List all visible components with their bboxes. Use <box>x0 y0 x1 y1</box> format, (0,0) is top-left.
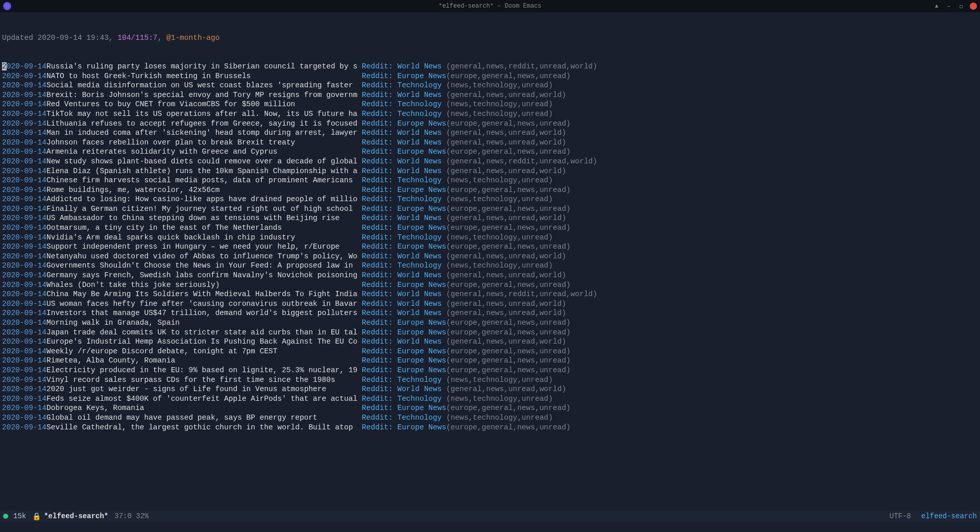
feed-entry[interactable]: 2020-09-14 Feds seize almost $400K of 'c… <box>2 394 978 404</box>
feed-entry[interactable]: 2020-09-14 Japan trade deal commits UK t… <box>2 328 978 337</box>
entry-feed: Reddit: Technology <box>362 176 446 185</box>
feed-entry[interactable]: 2020-09-14 New study shows plant-based d… <box>2 157 978 166</box>
feed-entry[interactable]: 2020-09-14 Global oil demand may have pa… <box>2 413 978 423</box>
feed-entry[interactable]: 2020-09-14 Rimetea, Alba County, Romania… <box>2 356 978 366</box>
entry-title: Germany says French, Swedish labs confir… <box>46 271 362 280</box>
feed-entry[interactable]: 2020-09-14 Addicted to losing: How casin… <box>2 195 978 204</box>
entry-date: 2020-09-14 <box>2 90 46 100</box>
entry-feed: Reddit: Europe News <box>362 318 446 328</box>
feed-entry[interactable]: 2020-09-14 Investors that manage US$47 t… <box>2 308 978 318</box>
entry-title: Rome buildings, me, watercolor, 42x56cm <box>46 185 362 195</box>
header-count: 104/115:7 <box>117 34 157 42</box>
feed-entry[interactable]: 2020-09-14 US Ambassador to China steppi… <box>2 213 978 223</box>
feed-entry[interactable]: 2020-09-14 2020 just got weirder - signs… <box>2 384 978 394</box>
feed-entry[interactable]: 2020-09-14 Ootmarsum, a tiny city in the… <box>2 223 978 233</box>
modeline-status-dot <box>3 514 8 519</box>
entry-title: Red Ventures to buy CNET from ViacomCBS … <box>46 100 362 109</box>
feed-entry[interactable]: 2020-09-14 Brexit: Boris Johnson's speci… <box>2 90 978 100</box>
entry-date: 2020-09-14 <box>2 166 46 176</box>
minibuffer[interactable] <box>0 522 980 532</box>
entry-title: New study shows plant-based diets could … <box>46 157 362 166</box>
entry-tags: (general,news,unread,world) <box>446 90 566 100</box>
entry-feed: Reddit: Technology <box>362 109 446 119</box>
entry-title: Electricity produced in the EU: 9% based… <box>46 366 362 375</box>
feed-entry[interactable]: 2020-09-14 Nvidia's Arm deal sparks quic… <box>2 233 978 243</box>
buffer-content[interactable]: Updated 2020-09-14 19:43, 104/115:7, @1-… <box>0 12 980 511</box>
entry-tags: (europe,general,news,unread) <box>446 147 571 157</box>
maximize-icon[interactable]: ◻ <box>958 3 965 10</box>
entry-tags: (europe,general,news,unread) <box>446 318 571 328</box>
feed-entry[interactable]: 2020-09-14 Electricity produced in the E… <box>2 366 978 375</box>
modeline-encoding: UTF-8 <box>890 512 911 520</box>
entry-feed: Reddit: World News <box>362 213 446 223</box>
lock-icon: 🔒 <box>32 512 41 521</box>
entry-date: 2020-09-14 <box>2 109 46 119</box>
feed-entry[interactable]: 2020-09-14 Rome buildings, me, watercolo… <box>2 185 978 195</box>
feed-entry[interactable]: 2020-09-14 Dobrogea Keys, Romania Reddit… <box>2 403 978 413</box>
feed-entry[interactable]: 2020-09-14 Weekly /r/europe Discord deba… <box>2 347 978 356</box>
entry-feed: Reddit: World News <box>362 252 446 261</box>
feed-entry[interactable]: 2020-09-14 US woman faces hefty fine aft… <box>2 299 978 309</box>
entry-title: Investors that manage US$47 trillion, de… <box>46 308 362 318</box>
entry-title: Governments Shouldn't Choose the News in… <box>46 261 362 271</box>
close-icon[interactable] <box>970 3 977 10</box>
entry-tags: (general,news,unread,world) <box>446 271 566 280</box>
feed-entry[interactable]: 2020-09-14 Johnson faces rebellion over … <box>2 138 978 148</box>
entry-title: Elena Diaz (Spanish athlete) runs the 10… <box>46 166 362 176</box>
feed-entry[interactable]: 2020-09-14 Support independent press in … <box>2 242 978 252</box>
entry-feed: Reddit: World News <box>362 157 446 166</box>
feed-entry[interactable]: 2020-09-14 Morning walk in Granada, Spai… <box>2 318 978 328</box>
entry-date: 2020-09-14 <box>2 337 46 347</box>
entry-tags: (europe,general,news,unread) <box>446 423 571 432</box>
entry-title: Russia's ruling party loses majority in … <box>46 62 362 71</box>
entry-title: Brexit: Boris Johnson's special envoy an… <box>46 90 362 100</box>
minimize-icon[interactable]: — <box>945 3 952 10</box>
entry-title: Ootmarsum, a tiny city in the east of Th… <box>46 223 362 233</box>
feed-entry[interactable]: 2020-09-14 TikTok may not sell its US op… <box>2 109 978 119</box>
entry-feed: Reddit: Technology <box>362 261 446 271</box>
feed-entry[interactable]: 2020-09-14 Social media disinformation o… <box>2 81 978 90</box>
elfeed-header: Updated 2020-09-14 19:43, 104/115:7, @1-… <box>2 33 978 43</box>
entry-tags: (news,technology,unread) <box>446 195 553 204</box>
feed-entry[interactable]: 2020-09-14 Europe's Industrial Hemp Asso… <box>2 337 978 347</box>
feed-entry[interactable]: 2020-09-14 Lithuania refuses to accept r… <box>2 119 978 129</box>
feed-entry[interactable]: 2020-09-14 Elena Diaz (Spanish athlete) … <box>2 166 978 176</box>
feed-entry[interactable]: 2020-09-14 China May Be Arming Its Soldi… <box>2 289 978 299</box>
feed-entry[interactable]: 2020-09-14 Finally a German citizen! My … <box>2 204 978 214</box>
feed-entry[interactable]: 2020-09-14 NATO to host Greek-Turkish me… <box>2 71 978 81</box>
feed-entry[interactable]: 2020-09-14 Armenia reiterates solidarity… <box>2 147 978 157</box>
feed-entry[interactable]: 2020-09-14 Man in induced coma after 'si… <box>2 128 978 138</box>
entry-feed: Reddit: Europe News <box>362 147 446 157</box>
entry-tags: (europe,general,news,unread) <box>446 204 571 214</box>
feed-entry[interactable]: 2020-09-14 Chinese firm harvests social … <box>2 176 978 185</box>
entry-date: 2020-09-14 <box>2 213 46 223</box>
feed-entry[interactable]: 2020-09-14 Vinyl record sales surpass CD… <box>2 375 978 385</box>
entry-date: 2020-09-14 <box>2 185 46 195</box>
entry-title: Chinese firm harvests social media posts… <box>46 176 362 185</box>
feed-entry[interactable]: 2020-09-14 Governments Shouldn't Choose … <box>2 261 978 271</box>
feed-entry[interactable]: 2020-09-14 Netanyahu used doctored video… <box>2 252 978 261</box>
entry-date: 2020-09-14 <box>2 403 46 413</box>
entry-title: Morning walk in Granada, Spain <box>46 318 362 328</box>
feed-entry[interactable]: 2020-09-14 Russia's ruling party loses m… <box>2 62 978 71</box>
feed-entry[interactable]: 2020-09-14 Germany says French, Swedish … <box>2 271 978 280</box>
entry-date: 2020-09-14 <box>2 299 46 309</box>
entry-title: Global oil demand may have passed peak, … <box>46 413 362 423</box>
header-updated: Updated 2020-09-14 19:43, <box>2 34 117 42</box>
entry-tags: (europe,general,news,unread) <box>446 242 571 252</box>
entry-date: 2020-09-14 <box>2 195 46 204</box>
entry-feed: Reddit: Europe News <box>362 223 446 233</box>
entry-feed: Reddit: World News <box>362 128 446 138</box>
entry-date: 2020-09-14 <box>2 81 46 90</box>
entry-tags: (news,technology,unread) <box>446 100 553 109</box>
feed-entry[interactable]: 2020-09-14 Seville Cathedral, the larges… <box>2 423 978 432</box>
entry-tags: (europe,general,news,unread) <box>446 223 571 233</box>
feed-entry[interactable]: 2020-09-14 Whales (Don't take this joke … <box>2 280 978 290</box>
entry-feed: Reddit: World News <box>362 271 446 280</box>
window-up-icon[interactable]: ▲ <box>933 3 940 10</box>
modeline-major-mode: elfeed-search <box>921 512 977 520</box>
entry-title: Support independent press in Hungary – w… <box>46 242 362 252</box>
feed-entry[interactable]: 2020-09-14 Red Ventures to buy CNET from… <box>2 100 978 109</box>
entry-feed: Reddit: World News <box>362 308 446 318</box>
entry-date: 2020-09-14 <box>2 271 46 280</box>
